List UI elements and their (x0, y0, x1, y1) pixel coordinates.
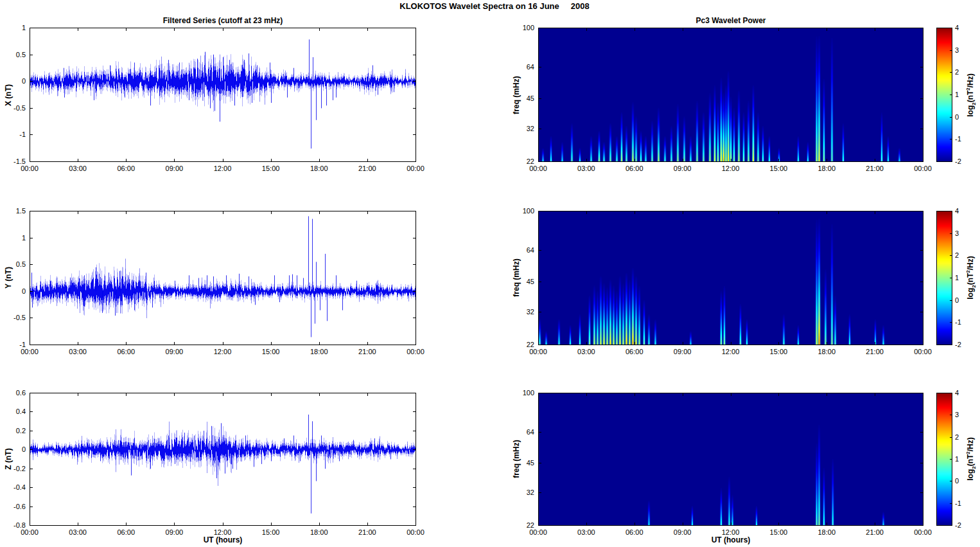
spectrogram-x-canvas (538, 28, 923, 162)
colorbar-tick-label: 0 (955, 112, 959, 121)
freq-tick-label: 45 (527, 277, 534, 285)
colorbar-tick-label: -2 (955, 521, 961, 530)
y-tick-label: 0.5 (16, 260, 26, 269)
x-tick-label: 15:00 (262, 348, 280, 356)
x-tick-label: 00:00 (407, 165, 424, 173)
x-tick-label: 00:00 (21, 165, 39, 173)
y-tick-label: 1 (22, 233, 26, 242)
colorbar-tick-label: 4 (955, 207, 959, 215)
x-tick-label: 00:00 (21, 528, 39, 537)
y-tick-label: 0.4 (16, 408, 26, 416)
x-tick-label: 12:00 (214, 165, 232, 173)
x-tick-label: 09:00 (674, 348, 692, 356)
timeseries-x-canvas (30, 28, 416, 162)
freq-tick-label: 100 (523, 24, 534, 32)
x-tick-label: 09:00 (166, 165, 184, 173)
colorbar-tick-label: 1 (955, 455, 959, 463)
x-tick-label: 18:00 (818, 165, 836, 173)
freq-tick-label: 32 (527, 489, 534, 497)
colorbar-tick-label: 3 (955, 229, 959, 237)
x-tick-label: 15:00 (262, 528, 280, 537)
colorbar-tick-label: -1 (955, 318, 961, 327)
x-tick-label: 06:00 (626, 165, 643, 173)
colorbar-tick-label: 0 (955, 296, 959, 304)
x-tick-label: 15:00 (770, 528, 788, 537)
x-tick-label: 09:00 (166, 348, 184, 356)
colorbar-tick-label: 0 (955, 477, 959, 485)
x-tick-label: 21:00 (358, 528, 376, 537)
x-tick-label: 03:00 (577, 528, 595, 537)
freq-tick-label: 64 (527, 246, 534, 255)
y-tick-label: 0.2 (16, 426, 26, 435)
x-tick-label: 00:00 (914, 528, 932, 537)
x-tick-label: 03:00 (577, 348, 595, 356)
x-tick-label: 21:00 (866, 528, 884, 537)
freq-tick-label: 22 (527, 157, 534, 166)
x-tick-label: 12:00 (722, 528, 740, 537)
y-tick-label: -1 (19, 130, 26, 139)
x-tick-label: 12:00 (722, 165, 740, 173)
x-tick-label: 15:00 (770, 348, 788, 356)
colorbar-tick-label: 2 (955, 251, 959, 260)
y-tick-label: -0.8 (13, 521, 26, 530)
x-tick-label: 00:00 (914, 348, 932, 356)
timeseries-z-canvas (30, 393, 416, 526)
x-tick-label: 00:00 (407, 348, 424, 356)
x-tick-label: 18:00 (818, 528, 836, 537)
x-tick-label: 21:00 (866, 165, 884, 173)
y-tick-label: 0.6 (16, 389, 26, 397)
freq-tick-label: 100 (523, 207, 534, 215)
y-tick-label: 0 (22, 77, 26, 85)
x-tick-label: 09:00 (674, 165, 692, 173)
freq-tick-label: 45 (527, 94, 534, 102)
left-column-title: Filtered Series (cutoff at 23 mHz) (163, 16, 283, 25)
freq-tick-label: 32 (527, 307, 534, 316)
x-tick-label: 12:00 (214, 528, 232, 537)
colorbar-tick-label: 2 (955, 433, 959, 441)
x-tick-label: 21:00 (866, 348, 884, 356)
colorbar-tick-label: 3 (955, 411, 959, 419)
y-tick-label: 0 (22, 445, 26, 454)
x-tick-label: 06:00 (626, 348, 643, 356)
colorbar-tick-label: 4 (955, 24, 959, 32)
freq-tick-label: 22 (527, 341, 534, 349)
freq-tick-label: 100 (523, 389, 534, 397)
freq-tick-label: 22 (527, 521, 534, 530)
colorbar-tick-label: 1 (955, 274, 959, 282)
x-tick-label: 00:00 (407, 528, 424, 537)
spectrogram-y-canvas (538, 211, 923, 345)
x-tick-label: 06:00 (117, 348, 135, 356)
y-tick-label: -0.5 (13, 314, 26, 322)
freq-tick-label: 64 (527, 427, 534, 436)
y-tick-label: -1 (19, 341, 26, 349)
x-tick-label: 03:00 (69, 165, 87, 173)
x-tick-label: 21:00 (358, 165, 376, 173)
x-tick-label: 18:00 (310, 348, 328, 356)
timeseries-y-canvas (30, 211, 416, 345)
y-tick-label: -0.5 (13, 103, 26, 112)
right-column-title: Pc3 Wavelet Power (696, 16, 766, 25)
colorbar-tick-label: -1 (955, 499, 961, 507)
y-tick-label: -1.5 (13, 157, 26, 166)
x-tick-label: 12:00 (214, 348, 232, 356)
figure-title: KLOKOTOS Wavelet Spectra on 16 June 2008 (399, 1, 590, 11)
x-tick-label: 15:00 (770, 165, 788, 173)
freq-tick-label: 64 (527, 63, 534, 71)
x-tick-label: 06:00 (117, 528, 135, 537)
xlabel-right: UT (hours) (712, 535, 751, 544)
x-tick-label: 06:00 (626, 528, 643, 537)
x-tick-label: 12:00 (722, 348, 740, 356)
y-tick-label: -0.4 (13, 483, 26, 492)
x-tick-label: 09:00 (674, 528, 692, 537)
x-tick-label: 09:00 (166, 528, 184, 537)
x-tick-label: 00:00 (529, 528, 547, 537)
colorbar-x-canvas (936, 28, 952, 162)
x-tick-label: 18:00 (818, 348, 836, 356)
colorbar-z-canvas (936, 393, 952, 526)
y-tick-label: 1 (22, 24, 26, 32)
x-tick-label: 03:00 (69, 528, 87, 537)
x-tick-label: 06:00 (117, 165, 135, 173)
colorbar-tick-label: 3 (955, 46, 959, 54)
xlabel-left: UT (hours) (204, 535, 243, 544)
x-tick-label: 03:00 (577, 165, 595, 173)
